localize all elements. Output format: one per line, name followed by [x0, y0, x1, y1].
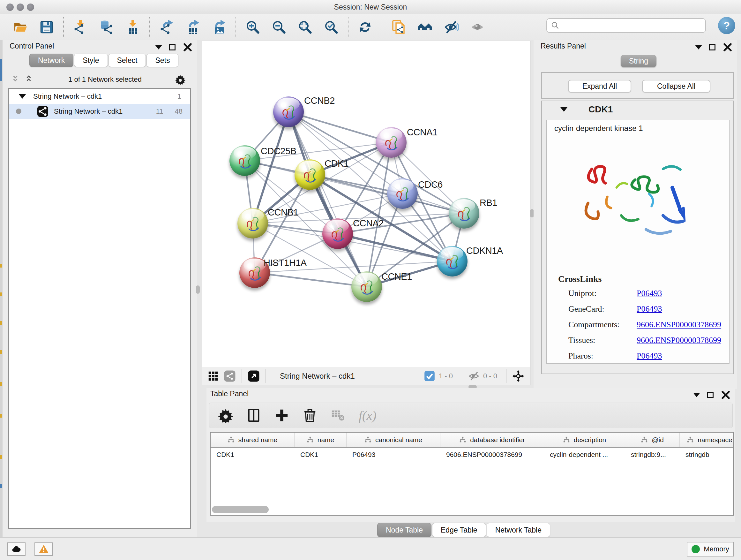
- column-header-shared-name[interactable]: shared name: [211, 433, 294, 447]
- cell-database-identifier[interactable]: 9606.ENSP00000378699: [441, 451, 544, 458]
- zoom-out-icon[interactable]: [271, 19, 287, 36]
- search-box[interactable]: [546, 18, 706, 33]
- panel-maximize-icon[interactable]: [707, 392, 714, 398]
- open-in-new-icon[interactable]: [248, 370, 260, 382]
- network-collection-row[interactable]: String Network – cdk1 1: [9, 89, 190, 104]
- node-CCNB2[interactable]: [273, 97, 304, 127]
- hidden-eye-icon[interactable]: [468, 370, 480, 382]
- left-splitter-handle[interactable]: [196, 286, 200, 294]
- node-CCNA1[interactable]: [376, 127, 407, 158]
- cell-@id[interactable]: stringdb:9...: [625, 451, 680, 458]
- titlebar: Session: New Session: [0, 0, 741, 14]
- open-session-icon[interactable]: [12, 19, 29, 36]
- tab-style[interactable]: Style: [74, 54, 108, 67]
- birdseye-grid-icon[interactable]: [207, 370, 219, 382]
- tab-network-table[interactable]: Network Table: [487, 523, 550, 537]
- show-columns-icon[interactable]: [246, 408, 261, 423]
- export-network-icon[interactable]: [158, 19, 175, 36]
- collection-expand-icon[interactable]: [18, 94, 26, 99]
- cell-name[interactable]: CDK1: [294, 451, 347, 458]
- network-canvas[interactable]: CCNB2CCNA1CDC25BCDK1CDC6RB1CCNB1CCNA2CDK…: [202, 41, 530, 367]
- gene-section-header[interactable]: CDK1: [542, 101, 733, 118]
- memory-button[interactable]: Memory: [687, 542, 734, 557]
- crosslink-link[interactable]: 9606.ENSP00000378699: [636, 335, 721, 345]
- column-header-description[interactable]: description: [544, 433, 625, 447]
- expand-all-button[interactable]: Expand All: [568, 80, 631, 92]
- warning-icon: [39, 544, 49, 554]
- cell-namespace[interactable]: stringdb: [680, 451, 734, 458]
- network-row[interactable]: String Network – cdk1 11 48: [9, 104, 190, 119]
- panel-maximize-icon[interactable]: [709, 44, 716, 51]
- table-data-row[interactable]: CDK1CDK1P064939606.ENSP00000378699cyclin…: [211, 448, 733, 461]
- selected-checkbox-icon[interactable]: [423, 370, 435, 382]
- import-network-icon[interactable]: [72, 19, 89, 36]
- column-header-@id[interactable]: @id: [625, 433, 680, 447]
- column-header-name[interactable]: name: [294, 433, 347, 447]
- panel-close-icon[interactable]: [723, 42, 733, 52]
- crosslink-link[interactable]: 9606.ENSP00000378699: [636, 320, 721, 329]
- tab-sets[interactable]: Sets: [146, 54, 179, 67]
- edge-ccna1-ccnb2[interactable]: [288, 112, 391, 142]
- network-share-icon[interactable]: [224, 370, 236, 382]
- show-view-icon[interactable]: [469, 19, 486, 36]
- tab-node-table[interactable]: Node Table: [377, 523, 431, 537]
- table-settings-gear-icon[interactable]: [218, 408, 233, 423]
- crosslink-link[interactable]: P06493: [636, 304, 662, 314]
- warnings-button[interactable]: [35, 543, 53, 556]
- expand-all-networks-icon[interactable]: [25, 74, 35, 84]
- panel-close-icon[interactable]: [183, 42, 193, 52]
- collapse-all-networks-icon[interactable]: [11, 74, 22, 84]
- panel-float-icon[interactable]: [693, 393, 700, 397]
- panel-close-icon[interactable]: [721, 390, 731, 400]
- add-column-icon[interactable]: [274, 408, 289, 423]
- node-CCNB1[interactable]: [238, 208, 268, 239]
- gene-name: CDK1: [589, 105, 613, 115]
- save-session-icon[interactable]: [38, 19, 55, 36]
- column-header-namespace[interactable]: namespace: [680, 433, 734, 447]
- import-database-icon[interactable]: [98, 19, 115, 36]
- copy-style-icon[interactable]: [391, 19, 407, 36]
- refresh-view-icon[interactable]: [357, 19, 374, 36]
- column-header-database-identifier[interactable]: database identifier: [441, 433, 544, 447]
- delete-column-icon[interactable]: [302, 408, 317, 423]
- node-CDC6[interactable]: [387, 178, 418, 209]
- node-RB1[interactable]: [449, 198, 479, 229]
- tab-network[interactable]: Network: [29, 54, 73, 67]
- network-status-dot: [16, 109, 21, 114]
- fit-move-crosshair-icon[interactable]: [512, 370, 524, 382]
- cell-shared-name[interactable]: CDK1: [211, 451, 294, 458]
- hide-selected-icon[interactable]: [443, 19, 460, 36]
- cell-description[interactable]: cyclin-dependent ...: [544, 451, 625, 458]
- node-CDC25B[interactable]: [229, 145, 260, 176]
- tab-string[interactable]: String: [621, 55, 657, 67]
- crosslink-link[interactable]: P06493: [636, 289, 662, 298]
- node-CCNA2[interactable]: [322, 219, 353, 249]
- edge-hist1h1a-ccne1[interactable]: [255, 273, 367, 287]
- section-collapse-icon[interactable]: [560, 107, 567, 112]
- crosslink-link[interactable]: P06493: [636, 351, 662, 361]
- home-view-icon[interactable]: [417, 19, 433, 36]
- search-input[interactable]: [560, 19, 705, 32]
- panel-float-icon[interactable]: [695, 45, 702, 50]
- import-table-icon[interactable]: [125, 19, 141, 36]
- tab-select[interactable]: Select: [109, 54, 146, 67]
- panel-float-icon[interactable]: [155, 45, 162, 50]
- column-header-canonical-name[interactable]: canonical name: [347, 433, 441, 447]
- zoom-in-icon[interactable]: [245, 19, 261, 36]
- network-options-gear-icon[interactable]: [175, 74, 186, 84]
- export-image-icon[interactable]: [211, 19, 227, 36]
- collapse-all-button[interactable]: Collapse All: [642, 80, 711, 92]
- node-CDK1[interactable]: [294, 159, 325, 190]
- tab-edge-table[interactable]: Edge Table: [432, 523, 486, 537]
- zoom-fit-icon[interactable]: [297, 19, 313, 36]
- zoom-selected-icon[interactable]: [323, 19, 340, 36]
- cell-canonical-name[interactable]: P06493: [347, 451, 441, 458]
- crosslink-row: Pharos:P06493: [558, 351, 721, 361]
- cloud-button[interactable]: [7, 543, 25, 556]
- node-CCNE1[interactable]: [351, 271, 382, 302]
- node-CDKN1A[interactable]: [437, 246, 468, 276]
- table-horizontal-scrollbar[interactable]: [212, 506, 269, 513]
- help-button[interactable]: ?: [718, 17, 735, 34]
- panel-maximize-icon[interactable]: [169, 44, 176, 51]
- export-table-icon[interactable]: [185, 19, 201, 36]
